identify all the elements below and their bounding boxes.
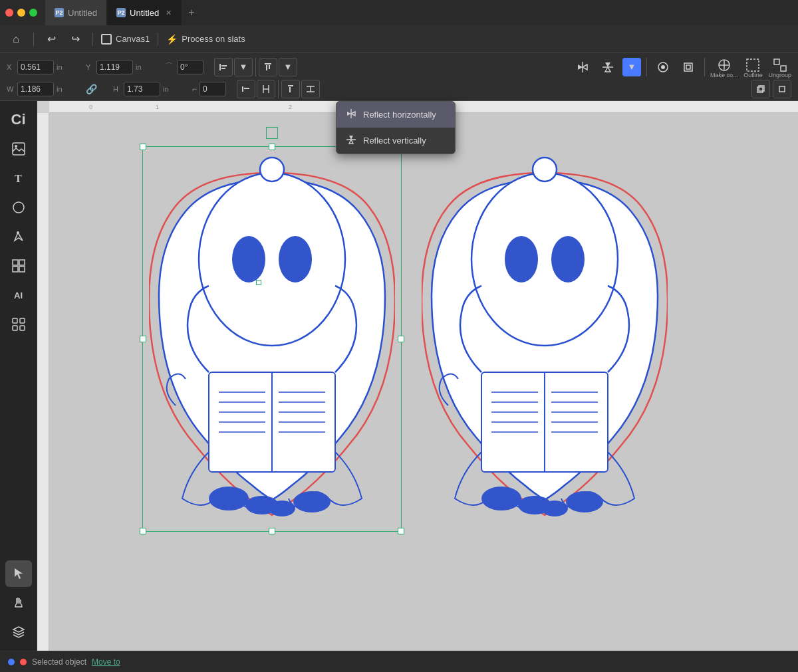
align-top-button[interactable] xyxy=(259,58,277,76)
shape-tool[interactable] xyxy=(5,194,32,221)
handle-bl[interactable] xyxy=(140,528,146,534)
select-tool[interactable] xyxy=(5,560,32,587)
traffic-lights xyxy=(5,9,37,17)
handle-ml[interactable] xyxy=(140,336,146,342)
paste-button[interactable] xyxy=(773,80,791,98)
maximize-button[interactable] xyxy=(29,9,37,17)
flip-dropdown-button[interactable]: ▼ xyxy=(622,58,641,76)
svg-rect-38 xyxy=(13,318,17,323)
w-input[interactable] xyxy=(17,82,54,96)
h-unit: in xyxy=(163,85,176,93)
align-sep2 xyxy=(278,80,279,98)
home-button[interactable]: ⌂ xyxy=(7,30,25,49)
align-group-top: ▼ ▼ xyxy=(214,58,297,76)
tab-2-icon: P2 xyxy=(116,8,126,17)
align-group-bottom xyxy=(237,80,320,98)
canvas-label: Canvas1 xyxy=(116,34,150,44)
ghost-1-svg xyxy=(149,153,395,525)
svg-rect-22 xyxy=(289,87,291,92)
svg-rect-26 xyxy=(757,87,763,92)
align-middle-button[interactable]: ▼ xyxy=(279,58,297,76)
svg-rect-39 xyxy=(20,318,25,323)
align-left2-button[interactable] xyxy=(237,80,255,98)
svg-rect-21 xyxy=(288,85,293,86)
y-input[interactable] xyxy=(96,60,133,74)
reflect-horizontal-item[interactable]: Reflect horizontally xyxy=(336,102,455,128)
toolbar: ⌂ ↩ ↪ Canvas1 ⚡ Process on slats xyxy=(0,25,798,53)
handle-tl[interactable] xyxy=(140,144,146,150)
image-tool[interactable] xyxy=(5,136,32,162)
statusbar: Selected object Move to xyxy=(0,651,798,672)
minimize-button[interactable] xyxy=(17,9,25,17)
apps-tool[interactable] xyxy=(5,311,32,338)
tab-2-close[interactable]: ✕ xyxy=(166,9,172,17)
svg-point-43 xyxy=(232,236,265,282)
paste-style-button[interactable] xyxy=(678,58,699,76)
align-left-button[interactable] xyxy=(214,58,233,76)
reflect-vertical-item[interactable]: Reflect vertically xyxy=(336,128,455,154)
ai-tool[interactable]: AI xyxy=(5,282,32,308)
x-unit: in xyxy=(57,63,70,71)
h-label: H xyxy=(113,85,121,93)
right-tools: ▼ Make co... Outline xyxy=(572,56,791,78)
add-tab-button[interactable]: + xyxy=(182,7,201,19)
redo-button[interactable]: ↪ xyxy=(66,30,84,49)
tab-2[interactable]: P2 Untitled ✕ xyxy=(107,0,182,25)
svg-point-81 xyxy=(533,158,557,181)
x-input[interactable] xyxy=(17,60,54,74)
lock-icon: 🔗 xyxy=(86,84,97,94)
component-tool[interactable] xyxy=(5,253,32,279)
layers-tool[interactable] xyxy=(5,619,32,645)
copy-style-button[interactable] xyxy=(652,58,674,76)
undo-button[interactable]: ↩ xyxy=(42,30,61,49)
svg-rect-9 xyxy=(686,65,690,69)
ruler-vertical xyxy=(37,113,49,651)
canvas-background xyxy=(49,113,798,651)
ci-logo-label: Ci xyxy=(11,112,26,127)
hand-tool[interactable] xyxy=(5,590,32,616)
flip-h-button[interactable] xyxy=(572,58,593,76)
handle-br[interactable] xyxy=(398,528,404,534)
tab-1-label: Untitled xyxy=(68,8,97,18)
reflect-v-icon xyxy=(346,134,356,147)
svg-point-44 xyxy=(279,236,312,282)
flip-dropdown-menu: Reflect horizontally Reflect vertically xyxy=(336,101,456,154)
tab-1[interactable]: P2 Untitled xyxy=(45,0,107,25)
align-top2-button[interactable] xyxy=(281,80,300,98)
corner-input[interactable] xyxy=(200,82,226,96)
handle-tc[interactable] xyxy=(269,144,275,150)
svg-rect-8 xyxy=(684,63,692,71)
svg-rect-14 xyxy=(774,59,779,64)
ci-logo-tool: Ci xyxy=(5,106,32,133)
svg-rect-4 xyxy=(266,65,267,70)
copy-button[interactable] xyxy=(751,80,770,98)
distribute-h-button[interactable] xyxy=(257,80,275,98)
svg-rect-15 xyxy=(781,66,786,71)
handle-mr[interactable] xyxy=(398,336,404,342)
angle-input[interactable] xyxy=(177,60,203,74)
pen-tool[interactable] xyxy=(5,223,32,250)
ghost-2-container[interactable] xyxy=(422,153,668,525)
distribute-v-button[interactable] xyxy=(301,80,320,98)
move-to-link[interactable]: Move to xyxy=(92,657,120,667)
align-center-button[interactable]: ▼ xyxy=(234,58,253,76)
status-dot-blue xyxy=(8,659,15,665)
text-tool[interactable]: T xyxy=(5,165,32,191)
svg-point-60 xyxy=(293,491,331,512)
h-input[interactable] xyxy=(124,82,160,96)
ghost-1-container[interactable] xyxy=(149,153,395,525)
rotation-handle-1[interactable] xyxy=(266,127,278,139)
flip-v-button[interactable] xyxy=(597,58,618,76)
svg-point-57 xyxy=(209,487,249,510)
svg-rect-35 xyxy=(19,260,25,265)
properties-bar: X in Y in ⌒ ▼ ▼ xyxy=(0,53,798,101)
svg-point-32 xyxy=(13,202,24,213)
handle-bc[interactable] xyxy=(269,528,275,534)
canvas-area[interactable]: 0 1 2 3 xyxy=(37,101,798,651)
close-button[interactable] xyxy=(5,9,13,17)
svg-rect-29 xyxy=(13,143,25,155)
svg-point-59 xyxy=(269,501,295,516)
corner-icon: ⌐ xyxy=(192,84,197,94)
ungroup-btn-wrap: Ungroup xyxy=(768,56,791,78)
process-button[interactable]: ⚡ Process on slats xyxy=(166,34,245,45)
